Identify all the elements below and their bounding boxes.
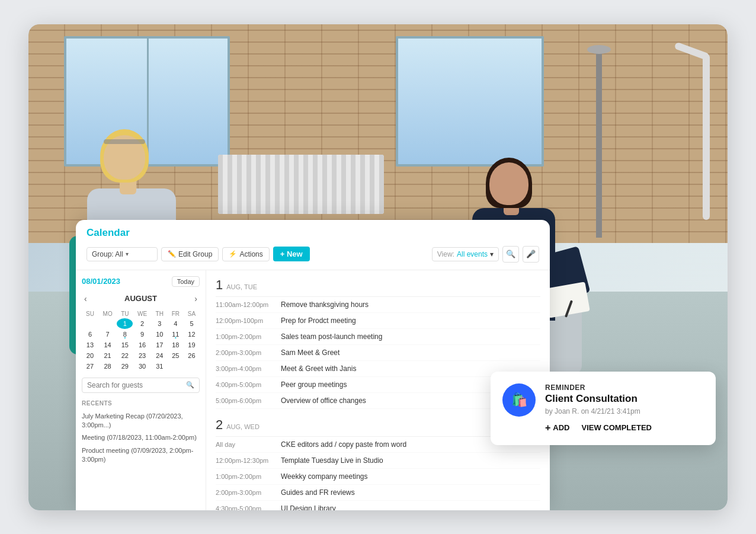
calendar-day[interactable]: 13: [82, 340, 98, 350]
event-row[interactable]: 12:00pm-12:30pmTemplate Tuesday Live in …: [216, 453, 540, 469]
calendar-day[interactable]: 25: [168, 350, 184, 361]
search-guests-input[interactable]: [87, 381, 182, 389]
edit-group-label: Edit Group: [178, 250, 212, 258]
add-label: ADD: [553, 423, 569, 432]
microphone-icon: 🎤: [526, 250, 536, 258]
group-dropdown[interactable]: Group: All ▾: [87, 247, 158, 261]
event-time: 2:00pm-3:00pm: [216, 349, 281, 356]
calendar-day[interactable]: 7: [98, 329, 117, 340]
calendar-day[interactable]: 22: [117, 350, 133, 361]
calendar-day[interactable]: 1: [117, 318, 133, 329]
event-row[interactable]: 1:00pm-2:00pmSales team post-launch meet…: [216, 329, 540, 345]
month-name: AUGUST: [124, 294, 157, 303]
recent-item[interactable]: Meeting (07/18/2023, 11:00am-2:00pm): [82, 431, 200, 444]
day-number: 2: [216, 417, 223, 433]
reminder-bag-icon: 🛍️: [511, 392, 527, 408]
search-icon: 🔍: [506, 250, 515, 258]
calendar-day[interactable]: 5: [184, 318, 200, 329]
calendar-day[interactable]: 10: [152, 329, 168, 340]
event-title: Prep for Prodct meeting: [281, 316, 540, 325]
day-of-week-header: TH: [152, 309, 168, 318]
calendar-day[interactable]: 2: [133, 318, 151, 329]
new-button[interactable]: + New: [273, 247, 310, 261]
day-header: 1AUG, TUE: [216, 270, 540, 297]
calendar-day[interactable]: 29: [117, 361, 133, 372]
reminder-actions: + ADD VIEW COMPLETED: [545, 423, 701, 433]
calendar-day[interactable]: 24: [152, 350, 168, 361]
day-of-week-header: SU: [82, 309, 98, 318]
day-label: AUG, WED: [226, 423, 260, 430]
view-chevron-icon: ▾: [490, 250, 494, 258]
calendar-day[interactable]: 3: [152, 318, 168, 329]
calendar-day[interactable]: 20: [82, 350, 98, 361]
view-value: All events: [457, 250, 488, 258]
calendar-day[interactable]: 16: [133, 340, 151, 350]
calendar-day[interactable]: 15: [117, 340, 133, 350]
event-title: Sales team post-launch meeting: [281, 332, 540, 341]
reminder-type: REMINDER: [545, 383, 701, 392]
event-row[interactable]: 12:00pm-100pmPrep for Prodct meeting: [216, 313, 540, 329]
day-of-week-header: TU: [117, 309, 133, 318]
mini-date-header: 08/01/2023 Today: [82, 276, 200, 287]
calendar-day[interactable]: 26: [184, 350, 200, 361]
calendar-day[interactable]: 31: [152, 361, 168, 372]
calendar-day[interactable]: 21: [98, 350, 117, 361]
calendar-day[interactable]: 18: [168, 340, 184, 350]
event-row[interactable]: 4:30pm-5:00pmUI Design Library: [216, 501, 540, 510]
calendar-day[interactable]: 6: [82, 329, 98, 340]
recents-section: RECENTS July Marketing Recap (07/20/2023…: [82, 400, 200, 466]
reminder-meta: by Joan R. on 4/21/21 3:41pm: [545, 407, 701, 415]
calendar-day: [82, 318, 98, 329]
calendar-day[interactable]: 23: [133, 350, 151, 361]
event-time: 12:00pm-100pm: [216, 317, 281, 324]
calendar-day[interactable]: 30: [133, 361, 151, 372]
today-button[interactable]: Today: [172, 276, 200, 287]
calendar-day[interactable]: 9: [133, 329, 151, 340]
reminder-add-button[interactable]: + ADD: [545, 423, 570, 433]
prev-month-button[interactable]: ‹: [82, 294, 89, 303]
search-guests-icon: 🔍: [186, 381, 194, 389]
microphone-button[interactable]: 🎤: [523, 246, 539, 263]
event-title: UI Design Library: [281, 504, 540, 510]
calendar-day[interactable]: 4: [168, 318, 184, 329]
reminder-view-completed-button[interactable]: VIEW COMPLETED: [582, 423, 652, 432]
actions-button[interactable]: ⚡ Actions: [222, 247, 269, 261]
event-time: All day: [216, 441, 281, 448]
calendar-day[interactable]: 27: [82, 361, 98, 372]
calendar-toolbar: Group: All ▾ ✏️ Edit Group ⚡ Actions + N…: [87, 244, 539, 267]
event-time: 4:00pm-5:00pm: [216, 381, 281, 388]
edit-group-button[interactable]: ✏️ Edit Group: [161, 247, 219, 261]
calendar-day[interactable]: 8: [117, 329, 133, 340]
day-of-week-header: FR: [168, 309, 184, 318]
calendar-day[interactable]: 28: [98, 361, 117, 372]
event-row[interactable]: 1:00pm-2:00pmWeekky company meetings: [216, 469, 540, 485]
event-row[interactable]: 2:00pm-3:00pmGuides and FR reviews: [216, 485, 540, 501]
search-button[interactable]: 🔍: [502, 246, 519, 263]
recent-item[interactable]: July Marketing Recap (07/20/2023, 3:00pm…: [82, 410, 200, 432]
view-dropdown[interactable]: View: All events ▾: [432, 247, 499, 261]
calendar-day[interactable]: 17: [152, 340, 168, 350]
calendar-day[interactable]: 11: [168, 329, 184, 340]
lamp-decoration: [596, 48, 602, 238]
current-date-link[interactable]: 08/01/2023: [82, 277, 120, 286]
event-row[interactable]: 2:00pm-3:00pmSam Meet & Greet: [216, 345, 540, 361]
calendar-window: Calendar Group: All ▾ ✏️ Edit Group ⚡ Ac…: [76, 220, 550, 510]
calendar-day[interactable]: 14: [98, 340, 117, 350]
calendar-title: Calendar: [87, 227, 539, 239]
reminder-content: REMINDER Client Consultation by Joan R. …: [545, 383, 701, 433]
day-of-week-header: WE: [133, 309, 151, 318]
recent-item[interactable]: Product meeting (07/09/2023, 2:00pm-3:00…: [82, 445, 200, 466]
event-time: 5:00pm-6:00pm: [216, 397, 281, 404]
event-row[interactable]: 11:00am-12:00pmRemove thanksgiving hours: [216, 297, 540, 313]
next-month-button[interactable]: ›: [192, 294, 200, 303]
event-title: Remove thanksgiving hours: [281, 300, 540, 309]
mini-calendar-grid: SUMOTUWETHFRSA 1234567891011121314151617…: [82, 309, 200, 372]
search-guests-field[interactable]: 🔍: [82, 378, 200, 393]
calendar-title-bar: Calendar Group: All ▾ ✏️ Edit Group ⚡ Ac…: [76, 220, 550, 270]
calendar-sidebar: 08/01/2023 Today ‹ AUGUST › SUMOTUWETHFR…: [76, 270, 206, 510]
calendar-day[interactable]: 12: [184, 329, 200, 340]
calendar-day[interactable]: 19: [184, 340, 200, 350]
actions-label: Actions: [239, 250, 262, 258]
event-time: 3:00pm-4:00pm: [216, 365, 281, 372]
event-time: 4:30pm-5:00pm: [216, 505, 281, 510]
